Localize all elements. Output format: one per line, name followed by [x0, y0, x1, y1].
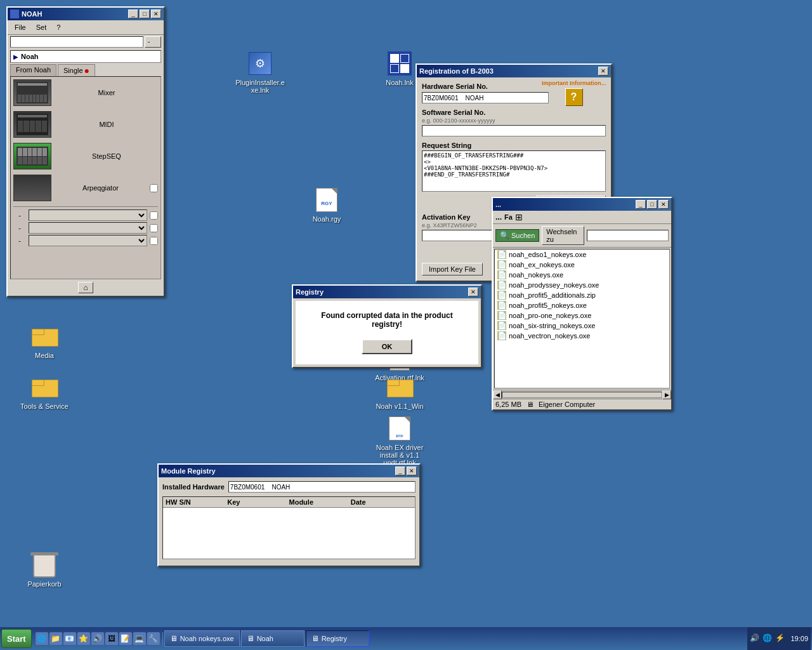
module-mixer-label: Mixer [55, 89, 158, 96]
reg-close-btn[interactable]: ✕ [598, 67, 608, 76]
modreg-minimize-btn[interactable]: _ [395, 467, 405, 475]
bottom-check-2[interactable] [150, 224, 158, 232]
noah-driver-icon: RTF [387, 416, 412, 441]
noah-home-btn[interactable]: ⌂ [78, 282, 93, 293]
tray-icon-2[interactable]: 🌐 [763, 633, 773, 644]
bottom-check-1[interactable] [150, 211, 158, 220]
explorer-size: 6,25 MB [495, 401, 521, 408]
noah-search-btn[interactable]: - [145, 36, 161, 48]
taskbar-registry[interactable]: 🖥 Registry [306, 630, 369, 647]
request-string-textarea[interactable]: ###BEGIN_OF_TRANSFERSTRING### <> <V01A8N… [422, 150, 606, 192]
module-thumb-stepseq [13, 143, 51, 169]
taskbar-icon-2[interactable]: 📁 [49, 632, 62, 645]
bottom-select-1[interactable] [29, 209, 147, 221]
bottom-label-1: - [13, 211, 26, 219]
registry-dialog-close-btn[interactable]: ✕ [468, 288, 478, 296]
icon-papierkorb-label: Papierkorb [27, 580, 61, 588]
noah-search-input[interactable] [10, 36, 143, 48]
menu-help[interactable]: ? [52, 22, 65, 33]
explorer-minimize-btn[interactable]: _ [636, 200, 646, 209]
wechseln-btn[interactable]: Wechseln zu [542, 226, 584, 245]
noah-minimize-btn[interactable]: _ [128, 10, 138, 18]
modreg-col-hwsn: HW S/N [166, 498, 227, 506]
icon-noah-rgy-label: Noah.rgy [313, 215, 341, 223]
noah-rgy-icon: RGY [314, 187, 339, 213]
tray-icon-1[interactable]: 🔊 [750, 633, 760, 644]
explorer-file-item[interactable]: 📄noah_ex_nokeys.oxe [495, 260, 669, 270]
scrollbar-left-btn[interactable]: ◀ [493, 390, 502, 399]
taskbar-icon-7[interactable]: 📝 [119, 632, 132, 645]
sw-serial-input[interactable] [422, 125, 606, 136]
noah-titlebar: NOAH _ □ ✕ [8, 8, 164, 20]
explorer-file-item[interactable]: 📄noah_profit5_additionals.zip [495, 290, 669, 300]
icon-noah-driver[interactable]: RTF Noah EX driver install & v1.1 updt.r… [374, 416, 425, 467]
important-info-btn[interactable]: ? [565, 88, 583, 106]
icon-papierkorb[interactable]: Papierkorb [19, 552, 70, 588]
registry-error-dialog: Registry ✕ Found corrupted data in the p… [292, 284, 482, 368]
sw-serial-hint: e.g. 000-2100-xxxxxx-yyyyyy [422, 117, 606, 124]
taskbar-icon-4[interactable]: ⭐ [77, 632, 90, 645]
explorer-location-icon: 🖥 [527, 401, 534, 408]
tray-icon-3[interactable]: ⚡ [775, 633, 785, 644]
modreg-col-key: Key [227, 498, 289, 506]
hw-serial-input[interactable] [422, 92, 549, 103]
module-thumb-midi [13, 111, 51, 138]
explorer-close-btn[interactable]: ✕ [658, 200, 669, 209]
taskbar-noah-nokeys[interactable]: 🖥 Noah nokeys.oxe [164, 630, 240, 647]
explorer-file-item[interactable]: 📄noah_edso1_nokeys.oxe [495, 249, 669, 260]
taskbar-quicklaunch: 🌐 📁 📧 ⭐ 🔊 🖼 📝 💻 🔧 [33, 632, 163, 645]
registry-dialog-titlebar: Registry ✕ [293, 286, 481, 298]
tools-folder-icon [32, 375, 57, 400]
noah-close-btn[interactable]: ✕ [151, 10, 161, 18]
icon-tools[interactable]: Tools & Service [19, 375, 70, 410]
menu-set[interactable]: Set [32, 22, 51, 33]
explorer-search-input[interactable] [587, 230, 669, 241]
bottom-check-3[interactable] [150, 237, 158, 245]
icon-noah-rgy[interactable]: RGY Noah.rgy [301, 187, 352, 223]
bottom-label-2: - [13, 224, 26, 232]
taskbar-icon-ie[interactable]: 🌐 [36, 632, 48, 645]
explorer-file-item[interactable]: 📄noah_six-string_nokeys.oxe [495, 321, 669, 331]
explorer-file-item[interactable]: 📄noah_nokeys.oxe [495, 270, 669, 280]
bottom-select-3[interactable] [29, 235, 147, 246]
modreg-hw-input[interactable] [228, 481, 416, 493]
bottom-select-2[interactable] [29, 222, 147, 234]
explorer-hscrollbar[interactable]: ◀ ▶ [493, 390, 671, 399]
taskbar-icon-9[interactable]: 🔧 [147, 632, 160, 645]
suchen-btn[interactable]: 🔍 Suchen [495, 229, 539, 242]
import-key-btn[interactable]: Import Key File [422, 263, 483, 275]
modreg-title: Module Registry [161, 467, 216, 475]
modreg-close-btn[interactable]: ✕ [407, 467, 417, 475]
taskbar-icon-8[interactable]: 💻 [133, 632, 146, 645]
scrollbar-right-btn[interactable]: ▶ [662, 390, 671, 399]
explorer-file-item[interactable]: 📄noah_profit5_nokeys.oxe [495, 300, 669, 310]
explorer-file-item[interactable]: 📄noah_pro-one_nokeys.oxe [495, 310, 669, 321]
explorer-file-item[interactable]: 📄noah_prodyssey_nokeys.oxe [495, 280, 669, 290]
start-button[interactable]: Start [1, 629, 32, 648]
taskbar-icon-3[interactable]: 📧 [63, 632, 76, 645]
module-mixer: Mixer [13, 79, 158, 106]
noah-search-row: - [8, 35, 164, 49]
request-string-label: Request String [422, 142, 606, 149]
taskbar-tray: 🔊 🌐 ⚡ 19:09 [747, 627, 811, 650]
tab-from-noah[interactable]: From Noah [10, 64, 56, 76]
icon-media[interactable]: Media [19, 324, 70, 359]
icon-noah-v11[interactable]: Noah v1.1_Win [374, 375, 425, 410]
noah-maximize-btn[interactable]: □ [140, 10, 150, 18]
reg-titlebar: Registration of B-2003 ✕ [417, 65, 611, 77]
module-arp-check[interactable] [150, 184, 158, 192]
modreg-table-body [163, 508, 415, 559]
module-thumb-arp [13, 175, 51, 201]
registry-ok-btn[interactable]: OK [362, 339, 413, 354]
taskbar-icon-5[interactable]: 🔊 [91, 632, 104, 645]
icon-plugin-installer[interactable]: ⚙ PluginInstaller.exe.lnk [235, 51, 285, 94]
taskbar-noah[interactable]: 🖥 Noah [241, 630, 304, 647]
tab-single[interactable]: Single ● [58, 64, 95, 76]
taskbar-icon-6[interactable]: 🖼 [105, 632, 118, 645]
module-arp: Arpeqgiator [13, 175, 158, 201]
file-icon: 📄 [497, 260, 506, 269]
explorer-file-list: 📄noah_edso1_nokeys.oxe📄noah_ex_nokeys.ox… [494, 249, 670, 388]
menu-file[interactable]: File [10, 22, 30, 33]
explorer-file-item[interactable]: 📄noah_vectron_nokeys.oxe [495, 331, 669, 341]
explorer-maximize-btn[interactable]: □ [647, 200, 657, 209]
